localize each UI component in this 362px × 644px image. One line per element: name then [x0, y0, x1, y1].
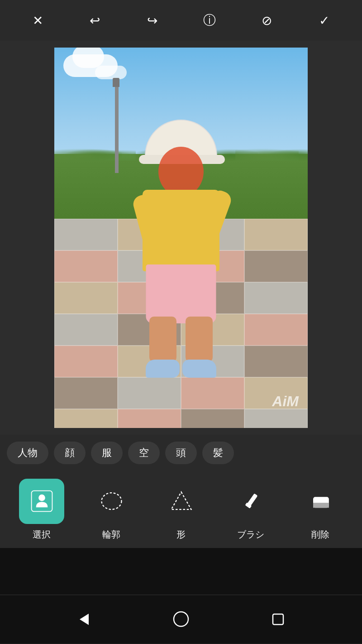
select-icon	[29, 489, 54, 514]
outline-icon	[99, 489, 124, 514]
tool-outline-label: 輪郭	[102, 529, 120, 541]
tool-bar: 選択 輪郭 形 ブラシ	[0, 471, 362, 548]
tool-erase-icon-box	[298, 479, 343, 524]
category-bar: 人物顔服空頭髪	[0, 435, 362, 471]
brush-icon	[238, 489, 263, 514]
child-shoe-right	[182, 360, 216, 378]
category-hair[interactable]: 髪	[202, 442, 234, 464]
shape-icon	[169, 489, 194, 514]
child-leg-left	[149, 317, 176, 362]
top-toolbar: ✕ ↩ ↪ ⓘ ⊘ ✓	[0, 0, 362, 41]
redo-button[interactable]: ↪	[141, 9, 164, 32]
svg-rect-10	[273, 614, 283, 625]
svg-point-9	[174, 612, 188, 626]
svg-point-1	[38, 495, 45, 501]
nav-back-button[interactable]	[76, 611, 92, 627]
tool-shape-icon-box	[158, 479, 204, 524]
erase-icon	[308, 489, 333, 514]
svg-marker-8	[80, 614, 89, 625]
tool-outline[interactable]: 輪郭	[82, 479, 141, 541]
tool-outline-icon-box	[89, 479, 134, 524]
nav-bar	[0, 595, 362, 643]
child-face-overlay	[158, 147, 204, 197]
tool-brush-label: ブラシ	[237, 529, 264, 541]
child-shoe-left	[146, 360, 180, 378]
svg-marker-3	[171, 492, 191, 509]
tool-erase[interactable]: 削除	[291, 479, 350, 541]
info-button[interactable]: ⓘ	[198, 9, 221, 32]
tool-shape[interactable]: 形	[152, 479, 210, 541]
tool-select-icon-box	[19, 479, 64, 524]
tool-brush[interactable]: ブラシ	[221, 479, 280, 541]
cloud-2	[95, 66, 127, 79]
child-figure	[136, 120, 226, 382]
photo-container[interactable]: AiM	[54, 48, 308, 428]
tool-select[interactable]: 選択	[12, 479, 71, 541]
close-button[interactable]: ✕	[26, 9, 49, 32]
category-head[interactable]: 頭	[165, 442, 197, 464]
tool-erase-label: 削除	[311, 529, 329, 541]
tool-brush-icon-box	[228, 479, 273, 524]
edit-toggle-button[interactable]: ⊘	[256, 9, 278, 32]
child-body	[143, 190, 219, 271]
category-face[interactable]: 顔	[54, 442, 86, 464]
nav-recents-button[interactable]	[270, 611, 286, 627]
photo-area: AiM	[0, 41, 362, 435]
tool-shape-label: 形	[176, 529, 186, 541]
category-sky[interactable]: 空	[128, 442, 160, 464]
svg-point-2	[101, 493, 121, 509]
child-shorts	[146, 264, 216, 323]
bottom-spacer	[0, 548, 362, 595]
tool-select-label: 選択	[33, 529, 51, 541]
nav-home-button[interactable]	[172, 610, 190, 628]
lamp-post	[115, 78, 119, 173]
svg-rect-7	[313, 503, 329, 508]
undo-button[interactable]: ↩	[84, 9, 106, 32]
category-person[interactable]: 人物	[7, 442, 48, 464]
category-clothes[interactable]: 服	[91, 442, 123, 464]
child-leg-right	[186, 317, 213, 362]
confirm-button[interactable]: ✓	[313, 9, 336, 32]
